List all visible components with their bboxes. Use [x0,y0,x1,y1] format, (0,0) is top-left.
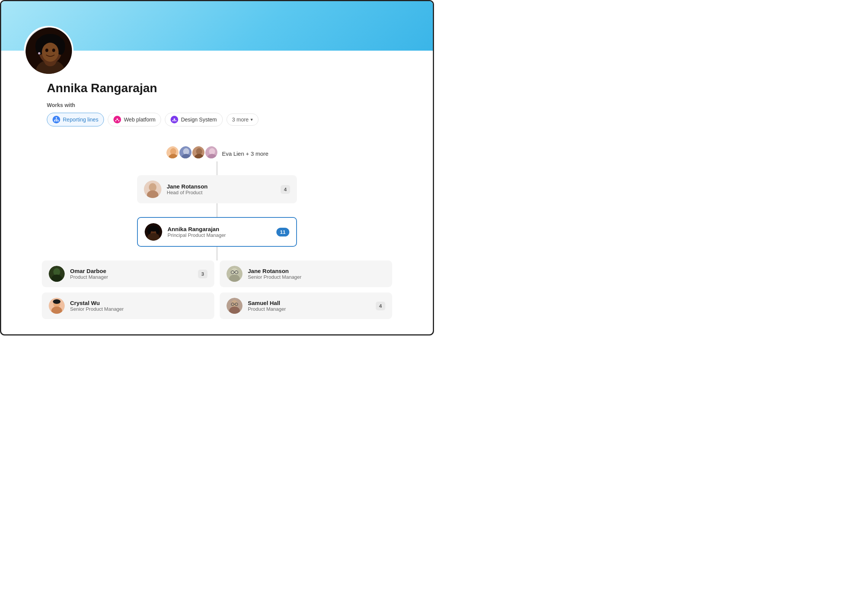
mini-avatar-2 [179,145,192,159]
svg-point-21 [116,118,118,120]
reporting-lines-icon [53,116,60,123]
tag-web-platform-label: Web platform [124,117,155,123]
top-reporters-label: Eva Lien + 3 more [222,150,268,157]
more-tags-button[interactable]: 3 more ▾ [227,113,259,126]
jane2-info: Jane Rotanson Senior Product Manager [248,268,385,280]
current-person-card[interactable]: Annika Rangarajan Principal Product Mana… [137,217,297,247]
report-card-omar[interactable]: Omar Darboe Product Manager 3 [42,260,214,287]
tag-reporting-lines-label: Reporting lines [63,117,98,123]
manager-role: Head of Product [167,190,281,195]
svg-line-24 [116,120,116,121]
crystal-info: Crystal Wu Senior Product Manager [70,300,207,312]
connector-top-to-manager [217,161,217,175]
report-card-crystal[interactable]: Crystal Wu Senior Product Manager [42,292,214,319]
reports-grid: Omar Darboe Product Manager 3 [42,260,392,319]
report-card-jane2[interactable]: Jane Rotanson Senior Product Manager [220,260,392,287]
current-info: Annika Rangarajan Principal Product Mana… [168,226,276,238]
manager-info: Jane Rotanson Head of Product [167,183,281,195]
svg-point-52 [147,228,151,234]
svg-point-8 [42,43,59,62]
tags-row: Reporting lines Web platform [47,113,410,126]
connector-manager-to-current [217,203,217,217]
top-avatars-group [166,145,218,159]
current-avatar [145,223,162,241]
crystal-role: Senior Product Manager [70,306,207,312]
samuel-role: Product Manager [248,306,376,312]
profile-avatar [24,26,73,75]
tag-design-system[interactable]: Design System [165,113,222,126]
tag-reporting-lines[interactable]: Reporting lines [47,113,104,126]
omar-role: Product Manager [70,274,198,280]
tag-web-platform[interactable]: Web platform [108,113,161,126]
svg-point-10 [52,49,55,52]
current-count-badge: 11 [276,228,289,236]
samuel-info: Samuel Hall Product Manager [248,300,376,312]
samuel-name: Samuel Hall [248,300,376,306]
svg-point-11 [38,52,40,54]
jane2-name: Jane Rotanson [248,268,385,274]
current-name: Annika Rangarajan [168,226,276,232]
manager-name: Jane Rotanson [167,183,281,190]
mini-avatar-4 [204,145,218,159]
person-name: Annika Rangarajan [47,81,410,95]
design-system-icon [171,116,178,123]
mini-avatar-1 [166,145,179,159]
current-role: Principal Product Manager [168,232,276,238]
svg-point-53 [156,228,160,234]
org-chart: Eva Lien + 3 more Jane Rotanson Head of … [1,134,433,334]
mini-avatar-3 [191,145,205,159]
crystal-avatar [49,298,65,314]
omar-info: Omar Darboe Product Manager [70,268,198,280]
tag-design-system-label: Design System [181,117,217,123]
report-card-samuel[interactable]: Samuel Hall Product Manager 4 [220,292,392,319]
svg-point-9 [45,49,48,52]
svg-line-30 [173,120,174,121]
manager-avatar [144,180,161,198]
crystal-name: Crystal Wu [70,300,207,306]
connector-current-to-reports [217,247,217,260]
omar-avatar [49,266,65,282]
omar-name: Omar Darboe [70,268,198,274]
chevron-down-icon: ▾ [251,117,253,122]
profile-section: Annika Rangarajan Works with [1,51,433,134]
omar-count-badge: 3 [198,270,207,278]
manager-count-badge: 4 [281,185,290,194]
more-tags-label: 3 more [232,117,249,123]
svg-rect-12 [56,117,57,118]
svg-line-32 [175,120,176,121]
manager-card[interactable]: Jane Rotanson Head of Product 4 [137,175,297,203]
svg-point-28 [174,120,175,121]
svg-point-46 [149,183,156,192]
top-reporters-row: Eva Lien + 3 more [166,145,268,161]
web-platform-icon [113,116,121,123]
svg-rect-13 [54,120,55,121]
svg-rect-15 [57,120,59,121]
samuel-avatar [227,298,243,314]
svg-point-26 [174,118,175,120]
samuel-count-badge: 4 [376,302,385,310]
works-with-label: Works with [47,102,410,108]
svg-line-25 [118,120,118,121]
jane2-role: Senior Product Manager [248,274,385,280]
svg-rect-14 [56,120,57,121]
jane2-avatar [227,266,243,282]
svg-point-70 [53,299,61,304]
name-section: Annika Rangarajan Works with [24,51,410,134]
